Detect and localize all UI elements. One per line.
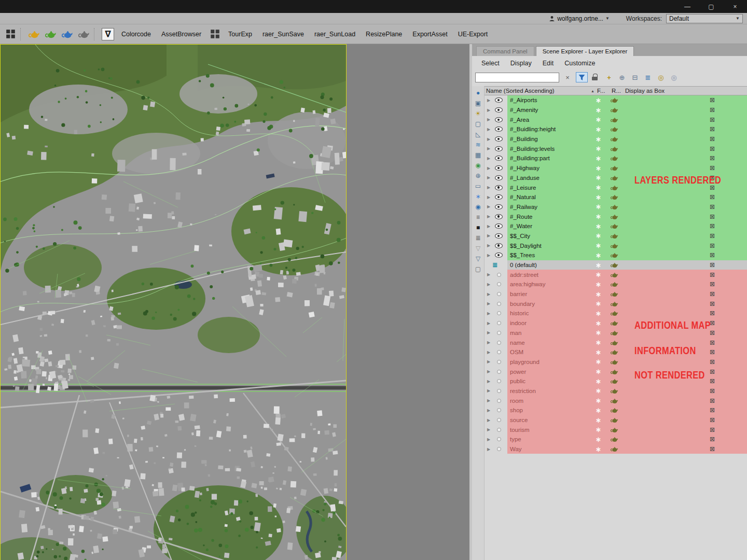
display-as-box-icon[interactable]: ⊠ <box>710 242 715 249</box>
layer-band[interactable]: $$_Trees ∗ ⊠ <box>507 250 747 260</box>
visibility-eye-icon[interactable] <box>495 194 503 200</box>
layer-row[interactable]: ▶ ≣ #_Landuse ∗ ⊠ <box>485 173 747 183</box>
layer-band[interactable]: area:highway ∗ ⊠ <box>507 279 747 289</box>
frozen-coins-icon[interactable]: ◎ <box>669 72 679 82</box>
user-account-menu[interactable]: wolfgang.ortne... ▼ <box>549 15 610 22</box>
renderable-icon[interactable] <box>611 436 618 442</box>
expand-arrow-icon[interactable]: ▶ <box>487 156 493 161</box>
layer-row[interactable]: ▶ ≣ tourism ∗ ⊠ <box>485 425 747 435</box>
clear-search-icon[interactable]: × <box>563 72 572 82</box>
frozen-icon[interactable]: ∗ <box>596 271 601 278</box>
renderable-icon[interactable] <box>611 223 618 229</box>
frozen-icon[interactable]: ∗ <box>596 106 601 114</box>
renderable-icon[interactable] <box>611 233 618 239</box>
hidden-dot-icon[interactable] <box>495 292 503 296</box>
renderable-icon[interactable] <box>611 136 618 142</box>
display-as-box-icon[interactable]: ⊠ <box>710 271 715 278</box>
frozen-icon[interactable]: ∗ <box>596 116 601 123</box>
expand-arrow-icon[interactable]: ▶ <box>487 340 493 345</box>
search-input[interactable] <box>475 73 559 82</box>
layer-row[interactable]: ▶ ≣ #_Buidling:height ∗ ⊠ <box>485 124 747 134</box>
renderable-icon[interactable] <box>611 252 618 258</box>
renderable-icon[interactable] <box>611 407 618 413</box>
renderable-icon[interactable] <box>611 446 618 452</box>
menu-edit[interactable]: Edit <box>543 60 554 67</box>
raer-sunsave-button[interactable]: raer_SunSave <box>257 27 309 41</box>
hidden-dot-icon[interactable] <box>495 428 503 432</box>
close-button[interactable]: × <box>723 0 747 13</box>
frozen-icon[interactable]: ∗ <box>596 164 601 172</box>
hidden-dot-icon[interactable] <box>495 447 503 451</box>
column-display-as-box[interactable]: Display as Box <box>625 88 747 94</box>
layer-row[interactable]: ▶ ≣ room ∗ ⊠ <box>485 396 747 405</box>
funnel-light-icon[interactable]: ▽ <box>472 243 484 254</box>
frozen-icon[interactable]: ∗ <box>596 339 601 346</box>
layer-row[interactable]: ▶ ≣ #_Natural ∗ ⊠ <box>485 192 747 202</box>
layer-row[interactable]: ▶ ≣ indoor ∗ ⊠ <box>485 318 747 328</box>
expand-arrow-icon[interactable]: ▶ <box>487 117 493 122</box>
cameras-filter-icon[interactable]: ▢ <box>472 119 484 129</box>
hidden-dot-icon[interactable] <box>495 418 503 422</box>
hidden-dot-icon[interactable] <box>495 302 503 306</box>
visibility-eye-icon[interactable] <box>495 253 503 258</box>
layer-row[interactable]: ▶ ≣ 0 (default) ∗ ⊠ <box>485 260 747 270</box>
display-as-box-icon[interactable]: ⊠ <box>710 319 715 327</box>
frozen-icon[interactable]: ∗ <box>596 261 601 269</box>
display-as-box-icon[interactable]: ⊠ <box>710 106 715 114</box>
frozen-icon[interactable]: ∗ <box>596 222 601 230</box>
menu-customize[interactable]: Customize <box>564 60 595 67</box>
expand-arrow-icon[interactable]: ▶ <box>487 359 493 364</box>
layer-row[interactable]: ▶ ≣ OSM ∗ ⊠ <box>485 347 747 357</box>
layer-band[interactable]: 0 (default) ∗ ⊠ <box>507 260 747 270</box>
assetbrowser-button[interactable]: AssetBrowser <box>156 27 206 41</box>
expand-arrow-icon[interactable]: ▶ <box>487 175 493 180</box>
layer-row[interactable]: ▶ ≣ Way ∗ ⊠ <box>485 444 747 454</box>
renderable-icon[interactable] <box>611 417 618 423</box>
expand-arrow-icon[interactable]: ▶ <box>487 253 493 258</box>
visibility-eye-icon[interactable] <box>495 165 503 171</box>
frozen-icon[interactable]: ∗ <box>596 348 601 356</box>
visibility-eye-icon[interactable] <box>495 175 503 180</box>
layer-row[interactable]: ▶ ≣ public ∗ ⊠ <box>485 376 747 386</box>
layer-band[interactable]: #_Landuse ∗ ⊠ <box>507 173 747 183</box>
frozen-icon[interactable]: ∗ <box>596 155 601 162</box>
visibility-eye-icon[interactable] <box>495 243 503 248</box>
layer-band[interactable]: addr:street ∗ ⊠ <box>507 270 747 279</box>
minimize-button[interactable]: — <box>675 0 699 13</box>
visibility-eye-icon[interactable] <box>495 117 503 122</box>
renderable-icon[interactable] <box>611 185 618 191</box>
layer-row[interactable]: ▶ ≣ man ∗ ⊠ <box>485 328 747 338</box>
frozen-icon[interactable]: ∗ <box>596 319 601 327</box>
marquee-grid-icon[interactable] <box>206 26 223 42</box>
frozen-icon[interactable]: ∗ <box>596 281 601 288</box>
hidden-dot-icon[interactable] <box>495 282 503 286</box>
frozen-icon[interactable]: ∗ <box>596 145 601 152</box>
layer-row[interactable]: ▶ ≣ $$_Trees ∗ ⊠ <box>485 250 747 260</box>
layer-row[interactable]: ▶ ≣ #_Building:levels ∗ ⊠ <box>485 144 747 153</box>
display-as-box-icon[interactable]: ⊠ <box>710 96 715 104</box>
display-as-box-icon[interactable]: ⊠ <box>710 436 715 443</box>
expand-arrow-icon[interactable]: ▶ <box>487 272 493 277</box>
layer-band[interactable]: #_Highway ∗ ⊠ <box>507 163 747 173</box>
expand-arrow-icon[interactable]: ▶ <box>487 418 493 423</box>
frozen-icon[interactable]: ∗ <box>596 232 601 240</box>
renderable-icon[interactable] <box>611 117 618 123</box>
display-as-box-icon[interactable]: ⊠ <box>710 445 715 453</box>
renderable-icon[interactable] <box>611 340 618 346</box>
layer-row[interactable]: ▶ ≣ #_Airports ∗ ⊠ <box>485 95 747 105</box>
expand-arrow-icon[interactable]: ▶ <box>487 398 493 403</box>
hidden-dot-icon[interactable] <box>495 360 503 364</box>
resizeplane-button[interactable]: ResizePlane <box>361 27 407 41</box>
layer-band[interactable]: type ∗ ⊠ <box>507 435 747 444</box>
frozen-icon[interactable]: ∗ <box>596 96 601 104</box>
frozen-icon[interactable]: ∗ <box>596 251 601 259</box>
filter-funnel-icon[interactable] <box>576 72 588 82</box>
expand-arrow-icon[interactable]: ▶ <box>487 292 493 297</box>
visibility-eye-icon[interactable] <box>495 185 503 190</box>
frozen-icon[interactable]: ∗ <box>596 445 601 453</box>
layer-manager-icon[interactable] <box>2 26 19 42</box>
layer-row[interactable]: ▶ ≣ #_Building:part ∗ ⊠ <box>485 153 747 163</box>
layer-row[interactable]: ▶ ≣ $$_City ∗ ⊠ <box>485 231 747 241</box>
layer-band[interactable]: #_Area ∗ ⊠ <box>507 115 747 124</box>
display-as-box-icon[interactable]: ⊠ <box>710 339 715 346</box>
